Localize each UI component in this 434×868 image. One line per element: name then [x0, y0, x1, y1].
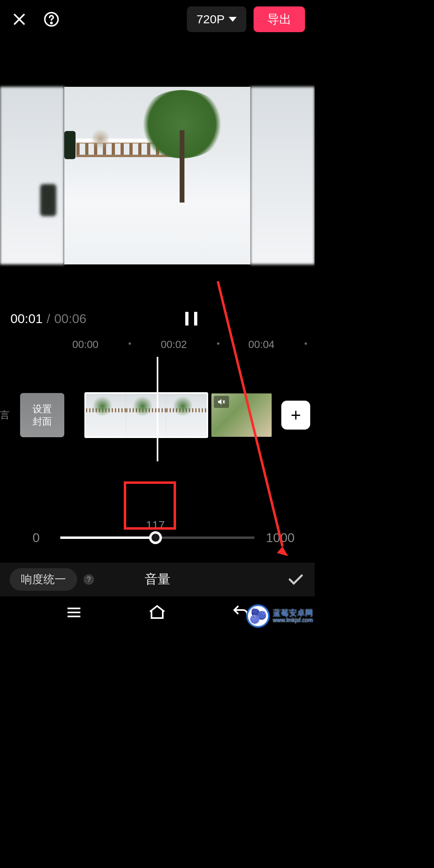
- video-preview[interactable]: [0, 87, 315, 264]
- watermark-title: 蓝莓安卓网: [273, 608, 313, 617]
- time-separator: /: [47, 311, 50, 326]
- chevron-down-icon: [229, 17, 237, 22]
- add-clip-button[interactable]: +: [281, 401, 310, 430]
- slider-thumb[interactable]: [149, 531, 162, 544]
- clip-1[interactable]: [84, 392, 208, 438]
- loudness-normalize-button[interactable]: 响度统一: [10, 568, 77, 591]
- slider-min: 0: [20, 530, 52, 545]
- panel-title: 音量: [145, 571, 170, 588]
- volume-slider-panel: 0 117 1000: [0, 493, 315, 574]
- current-time: 00:01: [10, 311, 43, 326]
- ruler-tick: 00:04: [248, 338, 274, 351]
- help-icon[interactable]: [42, 10, 61, 29]
- watermark: 🫐 蓝莓安卓网 www.lmkjsf.com: [246, 604, 313, 628]
- mute-badge: [214, 396, 229, 408]
- ruler-dot: [217, 342, 219, 345]
- ruler-tick: 00:00: [72, 338, 98, 351]
- slider-value: 117: [146, 519, 165, 532]
- resolution-label: 720P: [197, 12, 225, 26]
- watermark-url: www.lmkjsf.com: [273, 617, 313, 623]
- edge-label: 言: [0, 409, 10, 422]
- clip-2[interactable]: [211, 393, 272, 437]
- tool-row: 响度统一 ? 音量: [0, 563, 315, 596]
- preview-frame: [64, 87, 250, 264]
- ruler-dot: [129, 342, 131, 345]
- help-small-icon[interactable]: ?: [84, 574, 94, 585]
- preview-blur-right: [250, 87, 315, 264]
- slider-max: 1000: [262, 530, 295, 545]
- close-icon[interactable]: [10, 10, 29, 29]
- resolution-dropdown[interactable]: 720P: [187, 6, 246, 32]
- preview-blur-left: [0, 87, 64, 264]
- home-icon[interactable]: [147, 603, 167, 624]
- timeline-ruler[interactable]: 00:00 00:02 00:04: [0, 337, 315, 353]
- ruler-dot: [305, 342, 307, 345]
- svg-point-1: [51, 23, 52, 24]
- export-button[interactable]: 导出: [254, 6, 305, 32]
- volume-slider[interactable]: 117: [60, 536, 254, 539]
- pause-icon[interactable]: [185, 312, 197, 326]
- confirm-icon[interactable]: [286, 570, 305, 589]
- watermark-icon: 🫐: [246, 604, 270, 628]
- total-time: 00:06: [54, 311, 86, 326]
- set-cover-button[interactable]: 设置 封面: [20, 393, 64, 437]
- playhead[interactable]: [157, 357, 158, 461]
- ruler-tick: 00:02: [161, 338, 187, 351]
- menu-icon[interactable]: [64, 603, 84, 624]
- timeline[interactable]: 言 设置 封面 +: [0, 377, 315, 453]
